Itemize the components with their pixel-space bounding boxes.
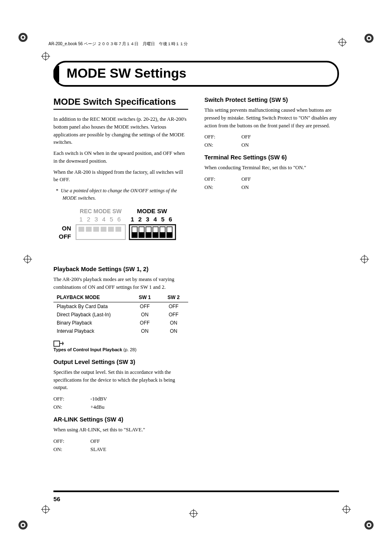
table-cell: ON: [159, 328, 188, 334]
body-paragraph: The AR-200's playback modes are set by m…: [53, 276, 188, 291]
table-row: Interval Playback ON ON: [53, 327, 188, 335]
crosshair-icon: [360, 255, 369, 264]
setting-value: OFF: [242, 133, 251, 141]
ref-label: Types of Control Input Playback: [53, 347, 122, 352]
table-row: Direct Playback (Last-In) ON OFF: [53, 311, 188, 319]
table-cell: OFF: [159, 312, 188, 318]
left-column: MODE Switch Specifications In addition t…: [53, 97, 188, 454]
table-header-cell: SW 2: [159, 295, 188, 300]
pointing-hand-icon: [53, 340, 65, 347]
setting-value: OFF: [90, 437, 100, 445]
table-cell: ON: [130, 312, 159, 318]
setting-row: ON:+4dBu: [53, 403, 188, 411]
setting-row: OFF:-10dBV: [53, 395, 188, 403]
svg-point-2: [22, 36, 24, 39]
setting-row: OFF:OFF: [205, 133, 339, 141]
svg-rect-36: [93, 227, 99, 232]
crosshair-icon: [41, 52, 50, 61]
body-paragraph: In addition to the REC MODE switches (p.…: [53, 115, 188, 146]
svg-rect-42: [132, 233, 137, 237]
diagram-numbers: 1 2 3 4 5 6: [131, 216, 173, 223]
right-column: Switch Protect Setting (SW 5) This setti…: [205, 97, 339, 454]
table-cell: OFF: [130, 320, 159, 326]
table-cell: OFF: [130, 304, 159, 309]
body-paragraph: Each switch is ON when in the upward pos…: [53, 150, 188, 165]
table-row: Playback By Card Data OFF OFF: [53, 302, 188, 311]
subsection-title: Switch Protect Setting (SW 5): [205, 97, 339, 103]
footnote: *Use a pointed object to change the ON/O…: [62, 187, 188, 202]
svg-rect-46: [146, 233, 151, 237]
table-cell: Binary Playback: [53, 320, 130, 326]
svg-rect-50: [160, 233, 165, 237]
page-content: MODE SW Settings MODE Switch Specificati…: [53, 53, 339, 454]
note-body: Use a pointed object to change the ON/OF…: [61, 188, 177, 201]
svg-rect-34: [78, 227, 84, 232]
body-paragraph: Specifies the output level. Set this in …: [53, 368, 188, 391]
table-cell: ON: [130, 328, 159, 334]
body-paragraph: When conducting Terminal Rec, set this t…: [205, 164, 339, 172]
registration-mark-icon: [364, 33, 374, 44]
svg-rect-38: [108, 227, 114, 232]
svg-point-8: [22, 524, 24, 526]
table-cell: Direct Playback (Last-In): [53, 312, 130, 318]
subsection-title: AR-LINK Settings (SW 4): [53, 416, 188, 423]
setting-key: ON:: [205, 183, 242, 191]
diagram-mode-label: MODE SW: [137, 207, 167, 214]
section-title: MODE Switch Specifications: [53, 97, 188, 110]
diagram-on-label: ON: [62, 225, 71, 232]
crosshair-icon: [189, 509, 198, 518]
svg-point-5: [368, 37, 370, 39]
setting-key: ON:: [205, 141, 242, 149]
svg-rect-53: [54, 341, 60, 346]
table-cell: Playback By Card Data: [53, 304, 130, 309]
registration-mark-icon: [364, 520, 374, 530]
switch-diagram: REC MODE SW MODE SW 1 2 3 4 5 6 1 2 3 4 …: [53, 207, 188, 250]
cross-reference: Types of Control Input Playback (p. 28): [53, 347, 188, 352]
table-header-cell: PLAYBACK MODE: [53, 295, 130, 300]
setting-key: OFF:: [53, 395, 90, 403]
svg-rect-37: [101, 227, 106, 232]
subsection-title: Playback Mode Settings (SW 1, 2): [53, 266, 188, 272]
diagram-rec-label: REC MODE SW: [80, 208, 122, 214]
page-header-text: AR-200_e.book 56 ページ ２００３年７月１４日 月曜日 午後１時…: [48, 41, 188, 47]
page-number: 56: [53, 491, 339, 502]
table-cell: OFF: [159, 304, 188, 309]
setting-value: +4dBu: [90, 403, 104, 411]
main-title: MODE SW Settings: [67, 66, 326, 81]
svg-rect-44: [139, 233, 144, 237]
setting-value: OFF: [242, 175, 251, 183]
setting-row: OFF:OFF: [53, 437, 188, 445]
crosshair-icon: [41, 505, 50, 514]
diagram-numbers: 1 2 3 4 5 6: [79, 216, 122, 223]
title-box: MODE SW Settings: [53, 61, 339, 87]
registration-mark-icon: [18, 520, 28, 530]
setting-key: ON:: [53, 403, 90, 411]
setting-value: SLAVE: [90, 445, 106, 454]
svg-rect-48: [153, 233, 158, 237]
body-paragraph: When the AR-200 is shipped from the fact…: [53, 168, 188, 184]
setting-key: OFF:: [205, 133, 242, 141]
crosshair-icon: [342, 505, 351, 514]
setting-key: ON:: [53, 445, 90, 454]
body-paragraph: This setting prevents malfunctioning cau…: [205, 106, 339, 129]
table-cell: ON: [159, 320, 188, 326]
subsection-title: Terminal Rec Settings (SW 6): [205, 154, 339, 161]
playback-mode-table: PLAYBACK MODE SW 1 SW 2 Playback By Card…: [53, 295, 188, 335]
table-header-cell: SW 1: [130, 295, 159, 300]
ref-page: (p. 28): [123, 347, 136, 352]
svg-rect-39: [115, 227, 121, 232]
setting-value: ON: [242, 141, 249, 149]
crosshair-icon: [23, 255, 32, 264]
svg-point-11: [368, 524, 370, 526]
svg-rect-52: [167, 233, 172, 237]
table-row: Binary Playback OFF ON: [53, 319, 188, 327]
svg-rect-35: [86, 227, 92, 232]
setting-value: -10dBV: [90, 395, 107, 403]
crosshair-icon: [338, 38, 347, 47]
table-header: PLAYBACK MODE SW 1 SW 2: [53, 295, 188, 302]
setting-value: ON: [242, 183, 249, 191]
setting-row: ON:ON: [205, 183, 339, 191]
setting-row: ON:SLAVE: [53, 445, 188, 454]
table-cell: Interval Playback: [53, 328, 130, 334]
setting-key: OFF:: [205, 175, 242, 183]
